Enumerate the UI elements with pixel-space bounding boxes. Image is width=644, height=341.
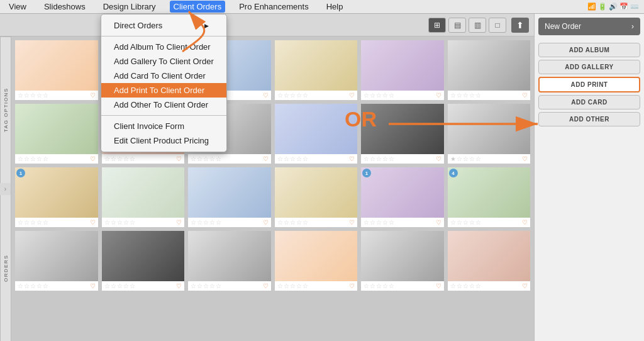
heart-icon-17[interactable]: ♡ [522,219,528,226]
dropdown-item-direct-orders[interactable]: Direct Orders [101,18,226,33]
photo-thumb-9 [275,104,358,154]
photo-cell-0[interactable]: ☆☆☆☆☆♡ [15,40,98,100]
heart-icon-11[interactable]: ♡ [522,155,528,162]
heart-icon-3[interactable]: ♡ [349,92,355,99]
tab-tag-options[interactable]: TAG OPTIONS [0,36,11,183]
heart-icon-2[interactable]: ♡ [263,92,269,99]
menubar-item-slideshows[interactable]: Slideshows [40,1,89,13]
tab-toggle-arrow[interactable]: › [0,183,11,195]
add-print-button[interactable]: ADD PRINT [538,77,640,92]
stars-rating-9[interactable]: ☆☆☆☆☆ [277,155,309,162]
photo-cell-4[interactable]: ☆☆☆☆☆♡ [361,40,444,100]
photo-thumb-14 [188,167,271,218]
heart-icon-13[interactable]: ♡ [176,219,182,226]
heart-icon-4[interactable]: ♡ [436,92,441,99]
photo-cell-11[interactable]: ★☆☆☆☆♡ [448,104,531,164]
stars-rating-13[interactable]: ☆☆☆☆☆ [104,219,136,226]
photo-thumb-23 [448,231,531,281]
heart-icon-21[interactable]: ♡ [349,282,355,289]
stars-rating-18[interactable]: ☆☆☆☆☆ [18,282,49,289]
stars-rating-20[interactable]: ☆☆☆☆☆ [191,282,222,289]
stars-rating-23[interactable]: ☆☆☆☆☆ [450,282,482,289]
heart-icon-6[interactable]: ♡ [90,155,96,162]
stars-rating-14[interactable]: ☆☆☆☆☆ [191,219,222,226]
heart-icon-20[interactable]: ♡ [263,282,269,289]
single-view-icon[interactable]: □ [489,18,506,33]
stars-rating-12[interactable]: ☆☆☆☆☆ [18,219,49,226]
new-order-button[interactable]: New Order › [538,18,640,35]
photo-cell-18[interactable]: ☆☆☆☆☆♡ [15,231,98,291]
grid-view-icon[interactable]: ⊞ [428,18,446,33]
add-album-button[interactable]: ADD ALBUM [538,43,640,57]
stars-rating-0[interactable]: ☆☆☆☆☆ [18,92,49,99]
heart-icon-12[interactable]: ♡ [90,219,96,226]
heart-icon-19[interactable]: ♡ [176,282,182,289]
stars-rating-16[interactable]: ☆☆☆☆☆ [364,219,395,226]
stars-rating-17[interactable]: ☆☆☆☆☆ [450,219,482,226]
heart-icon-9[interactable]: ♡ [349,155,355,162]
menubar-item-design-library[interactable]: Design Library [99,1,160,13]
heart-icon-14[interactable]: ♡ [263,219,269,226]
photo-cell-12[interactable]: 1☆☆☆☆☆♡ [15,167,98,227]
photo-cell-20[interactable]: ☆☆☆☆☆♡ [188,231,271,291]
stars-rating-3[interactable]: ☆☆☆☆☆ [277,92,309,99]
heart-icon-22[interactable]: ♡ [436,282,441,289]
stars-rating-5[interactable]: ☆☆☆☆☆ [450,92,482,99]
stars-rating-11[interactable]: ★☆☆☆☆ [450,155,482,162]
photo-stars-6: ☆☆☆☆☆♡ [15,154,98,164]
photo-cell-3[interactable]: ☆☆☆☆☆♡ [275,40,358,100]
photo-cell-5[interactable]: ☆☆☆☆☆♡ [448,40,531,100]
dropdown-item-invoice-form[interactable]: Client Invoice Form [101,119,226,133]
panel-action-buttons: ADD ALBUM ADD GALLERY ADD PRINT ADD CARD… [535,39,644,130]
dropdown-item-add-print[interactable]: Add Print To Client Order [101,83,226,98]
stars-rating-19[interactable]: ☆☆☆☆☆ [104,282,136,289]
tab-orders[interactable]: ORDERS [0,195,11,341]
heart-icon-18[interactable]: ♡ [90,282,96,289]
add-card-button[interactable]: ADD CARD [538,95,640,109]
photo-cell-10[interactable]: ☆☆☆☆☆♡ [361,104,444,164]
photo-stars-11: ★☆☆☆☆♡ [448,154,531,164]
stars-rating-21[interactable]: ☆☆☆☆☆ [277,282,309,289]
photo-thumb-3 [275,40,358,91]
add-other-button[interactable]: ADD OTHER [538,112,640,126]
add-gallery-button[interactable]: ADD GALLERY [538,60,640,74]
heart-icon-15[interactable]: ♡ [349,219,355,226]
stars-rating-4[interactable]: ☆☆☆☆☆ [364,92,395,99]
detail-view-icon[interactable]: ▤ [448,18,466,33]
photo-cell-14[interactable]: ☆☆☆☆☆♡ [188,167,271,227]
heart-icon-10[interactable]: ♡ [436,155,441,162]
dropdown-item-add-card[interactable]: Add Card To Client Order [101,69,226,83]
photo-cell-22[interactable]: ☆☆☆☆☆♡ [361,231,444,291]
photo-cell-19[interactable]: ☆☆☆☆☆♡ [102,231,185,291]
menubar-item-pro-enhancements[interactable]: Pro Enhancements [235,1,313,13]
compare-view-icon[interactable]: ▥ [469,18,486,33]
photo-cell-21[interactable]: ☆☆☆☆☆♡ [275,231,358,291]
share-icon[interactable]: ⬆ [511,18,529,33]
heart-icon-0[interactable]: ♡ [90,92,96,99]
stars-rating-8[interactable]: ☆☆☆☆☆ [191,155,222,162]
dropdown-item-add-gallery[interactable]: Add Gallery To Client Order [101,54,226,69]
heart-icon-7[interactable]: ♡ [176,155,182,162]
stars-rating-22[interactable]: ☆☆☆☆☆ [364,282,395,289]
stars-rating-15[interactable]: ☆☆☆☆☆ [277,219,309,226]
stars-rating-10[interactable]: ☆☆☆☆☆ [364,155,395,162]
menubar-item-client-orders[interactable]: Client Orders [170,1,226,13]
photo-cell-6[interactable]: ☆☆☆☆☆♡ [15,104,98,164]
menubar-item-view[interactable]: View [5,1,30,13]
heart-icon-23[interactable]: ♡ [522,282,528,289]
dropdown-item-edit-pricing[interactable]: Edit Client Product Pricing [101,133,226,148]
photo-cell-15[interactable]: ☆☆☆☆☆♡ [275,167,358,227]
dropdown-item-add-album[interactable]: Add Album To Client Order [101,40,226,54]
stars-rating-7[interactable]: ☆☆☆☆☆ [104,155,136,162]
photo-cell-17[interactable]: 4☆☆☆☆☆♡ [448,167,531,227]
menubar-item-help[interactable]: Help [323,1,347,13]
photo-cell-9[interactable]: ☆☆☆☆☆♡ [275,104,358,164]
heart-icon-5[interactable]: ♡ [522,92,528,99]
heart-icon-16[interactable]: ♡ [436,219,441,226]
heart-icon-8[interactable]: ♡ [263,155,269,162]
dropdown-item-add-other[interactable]: Add Other To Client Order [101,98,226,112]
stars-rating-6[interactable]: ☆☆☆☆☆ [18,155,49,162]
photo-cell-13[interactable]: ☆☆☆☆☆♡ [102,167,185,227]
photo-cell-23[interactable]: ☆☆☆☆☆♡ [448,231,531,291]
photo-cell-16[interactable]: 1☆☆☆☆☆♡ [361,167,444,227]
